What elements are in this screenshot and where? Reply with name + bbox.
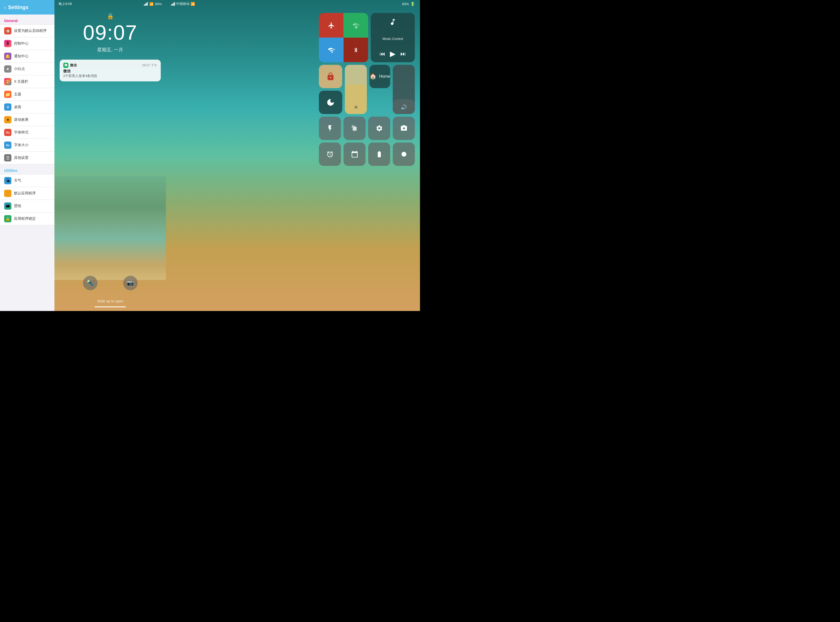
cc-airplane-button[interactable] (319, 13, 344, 38)
cc-status-bar: 中国移动 📶 60% 🔋 (166, 0, 420, 8)
control-center-label: 控制中心 (14, 41, 29, 46)
cc-signal-icon (171, 2, 175, 6)
home-icon: 🏠 (370, 73, 376, 80)
cc-brightness-slider[interactable]: ☀ (345, 65, 367, 114)
desktop-label: 桌面 (14, 105, 21, 109)
settings-item-assistive-touch[interactable]: ● 小白点 (0, 63, 55, 75)
section-label-general: General (0, 15, 55, 24)
settings-item-other-settings[interactable]: ☰ 其他设置 (0, 152, 55, 164)
battery-status: 60% (155, 2, 162, 6)
settings-item-default-launch[interactable]: 🏠 设置为默认启动程序 (0, 24, 55, 37)
settings-item-notification-center[interactable]: 🔔 通知中心 (0, 50, 55, 63)
utilities-items-group: 🌤 天气 默认应用程序 🏔 壁纸 🔒 应用程序锁定 (0, 174, 55, 225)
cc-hotspot-button[interactable] (344, 13, 368, 38)
lock-flashlight-button[interactable]: 🔦 (83, 276, 98, 290)
cc-volume-slider[interactable]: 🔊 (393, 65, 415, 114)
flashlight-icon: 🔦 (87, 280, 93, 287)
lock-time-display: 09:07 (83, 21, 137, 44)
x-theme-bar-label: X 主题栏 (14, 79, 28, 84)
music-play-button[interactable]: ▶ (390, 49, 396, 58)
settings-item-wallpaper[interactable]: 🏔 壁纸 (0, 200, 55, 212)
cc-wifi-icon: 📶 (191, 2, 195, 6)
settings-item-app-lock[interactable]: 🔒 应用程序锁定 (0, 212, 55, 225)
theme-icon: 📁 (4, 91, 11, 98)
scroll-effect-label: 滚动效果 (14, 117, 29, 122)
music-controls: ⏮ ▶ ⏭ (380, 49, 406, 58)
home-label: Home (379, 74, 390, 79)
cc-calendar-button[interactable] (344, 143, 365, 166)
cc-connectivity-block (319, 13, 368, 62)
other-settings-icon: ☰ (4, 154, 11, 162)
svg-point-0 (355, 27, 356, 29)
cc-row-2: ☀ 🏠 Home 🔊 (319, 65, 415, 114)
settings-item-font-style[interactable]: Aa 字体样式 (0, 126, 55, 139)
assistive-touch-label: 小白点 (14, 67, 25, 71)
default-apps-label: 默认应用程序 (14, 191, 36, 196)
notification-title: 微信 (63, 69, 157, 73)
cc-camera-button[interactable] (393, 117, 415, 140)
cc-alarm-button[interactable] (319, 143, 341, 166)
notification-center-icon: 🔔 (4, 53, 11, 60)
weather-icon: 🌤 (4, 177, 11, 184)
notification-time: 09:07 下午 (142, 63, 157, 68)
control-center-icon: 🎛 (4, 40, 11, 47)
cc-tools-row (319, 117, 415, 140)
notification-center-label: 通知中心 (14, 54, 29, 59)
default-apps-icon (4, 190, 11, 197)
app-lock-label: 应用程序锁定 (14, 216, 36, 221)
cc-wifi-button[interactable] (319, 38, 344, 62)
cc-flashlight-button[interactable] (319, 117, 341, 140)
settings-item-font-size[interactable]: Ax 字体大小 (0, 139, 55, 152)
signal-icon (144, 2, 148, 6)
lock-status-bar: 晚上9:08 📶 60% (55, 0, 166, 8)
cc-settings-button[interactable] (368, 117, 390, 140)
cc-music-control: Music Control ⏮ ▶ ⏭ (371, 13, 415, 62)
music-note-icon (389, 18, 397, 28)
cc-battery: 60% (402, 2, 409, 6)
cc-battery-info-button[interactable] (368, 143, 390, 166)
settings-header: ‹ Settings (0, 0, 55, 15)
lock-time-status: 晚上9:08 (59, 2, 72, 6)
section-label-utilities: Utilities (0, 164, 55, 174)
settings-item-x-theme-bar[interactable]: 🎨 X 主题栏 (0, 75, 55, 88)
cc-carrier: 中国移动 (176, 2, 189, 6)
cc-status-left: 中国移动 📶 (171, 2, 195, 6)
settings-item-default-apps[interactable]: 默认应用程序 (0, 187, 55, 200)
cc-content: Music Control ⏮ ▶ ⏭ (316, 11, 417, 168)
notification-body: 2个联系人发来4条消息 (63, 73, 157, 78)
cc-home-button[interactable]: 🏠 Home (370, 65, 390, 88)
lock-notification: 💬 微信 09:07 下午 微信 2个联系人发来4条消息 (60, 59, 161, 81)
cc-bluetooth-button[interactable] (344, 38, 368, 62)
cc-screen-lock-button[interactable] (319, 65, 342, 88)
settings-item-weather[interactable]: 🌤 天气 (0, 174, 55, 187)
music-prev-button[interactable]: ⏮ (380, 50, 385, 57)
settings-item-control-center[interactable]: 🎛 控制中心 (0, 37, 55, 50)
settings-item-theme[interactable]: 📁 主题 (0, 88, 55, 101)
wechat-icon: 💬 (63, 63, 69, 68)
settings-content: General 🏠 设置为默认启动程序 🎛 控制中心 🔔 通知中心 ● 小白点 … (0, 15, 55, 311)
weather-label: 天气 (14, 178, 21, 183)
notification-app: 💬 微信 (63, 63, 77, 68)
settings-item-desktop[interactable]: 🖥 桌面 (0, 101, 55, 113)
cc-do-not-disturb-button[interactable] (319, 91, 342, 114)
theme-label: 主题 (14, 92, 21, 97)
control-center-panel: 中国移动 📶 60% 🔋 (166, 0, 420, 311)
notification-header: 💬 微信 09:07 下午 (63, 63, 157, 68)
assistive-touch-icon: ● (4, 65, 11, 73)
x-theme-bar-icon: 🎨 (4, 78, 11, 85)
cc-battery-icon: 🔋 (411, 2, 415, 6)
wallpaper-icon: 🏔 (4, 203, 11, 210)
cc-no-bell-button[interactable] (344, 117, 365, 140)
cc-record-button[interactable] (393, 143, 415, 166)
settings-item-scroll-effect[interactable]: ✴ 滚动效果 (0, 113, 55, 126)
lock-camera-button[interactable]: 📷 (123, 276, 137, 290)
settings-panel: ‹ Settings General 🏠 设置为默认启动程序 🎛 控制中心 🔔 … (0, 0, 55, 311)
default-launch-label: 设置为默认启动程序 (14, 29, 47, 33)
lock-slide-bar (95, 306, 126, 307)
scroll-effect-icon: ✴ (4, 116, 11, 123)
music-next-button[interactable]: ⏭ (400, 50, 406, 57)
wifi-icon: 📶 (149, 2, 153, 6)
font-style-label: 字体样式 (14, 130, 29, 135)
lock-bottom-buttons: 🔦 📷 (55, 276, 166, 290)
back-icon[interactable]: ‹ (4, 5, 6, 11)
